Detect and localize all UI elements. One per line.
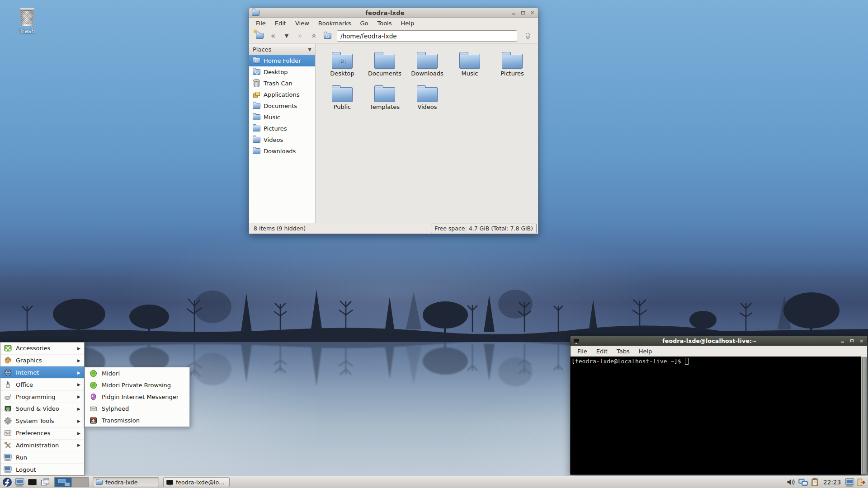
sidebar-item-pictures[interactable]: Pictures [249, 123, 315, 134]
menu-bookmarks[interactable]: Bookmarks [314, 19, 355, 28]
file-item-documents[interactable]: Documents [364, 51, 405, 84]
logout-door-icon[interactable] [857, 478, 866, 487]
menu-file[interactable]: File [573, 347, 591, 356]
menu-view[interactable]: View [291, 19, 313, 28]
office-icon [4, 381, 12, 389]
terminal-window: feodra-lxde@localhost-live:~ × File Edit… [570, 336, 868, 475]
start-menu-button[interactable] [1, 477, 13, 488]
task-button-terminal[interactable]: feodra-lxde@loc... [163, 477, 230, 487]
sidebar-item-videos[interactable]: Videos [249, 134, 315, 145]
menu-item-logout[interactable]: Logout [0, 463, 84, 475]
home-folder-icon [253, 58, 260, 64]
submenu-item-sylpheed[interactable]: Sylpheed [85, 403, 189, 415]
menu-file[interactable]: File [252, 19, 270, 28]
display-icon[interactable] [845, 478, 854, 487]
volume-icon[interactable] [786, 478, 796, 486]
terminal-titlebar[interactable]: feodra-lxde@localhost-live:~ × [571, 336, 867, 346]
file-manager-toolbar: * « ▼ » « [249, 28, 538, 44]
trash-icon [19, 8, 35, 26]
minimize-button[interactable] [840, 338, 845, 344]
sidebar-item-downloads[interactable]: Downloads [249, 145, 315, 157]
back-button[interactable]: « [266, 30, 280, 42]
file-item-downloads[interactable]: Downloads [407, 51, 448, 84]
sidebar-item-applications[interactable]: Applications [249, 89, 315, 100]
menu-item-sound-video[interactable]: Sound & Video▶ [0, 403, 84, 415]
menu-item-system-tools[interactable]: System Tools▶ [0, 415, 84, 427]
file-item-pictures[interactable]: Pictures [492, 51, 533, 84]
desktop-trash-icon[interactable]: Trash [11, 5, 43, 34]
scrollbar-thumb[interactable] [862, 357, 867, 474]
terminal-launcher[interactable] [27, 477, 38, 488]
menu-item-graphics[interactable]: Graphics▶ [0, 354, 84, 366]
menu-item-run[interactable]: Run [0, 451, 84, 463]
up-button[interactable]: « [307, 30, 321, 42]
jump-button[interactable] [521, 30, 534, 42]
maximize-button[interactable] [520, 10, 526, 16]
submenu-item-midori[interactable]: Midori [85, 367, 189, 379]
chevron-down-icon: ▼ [308, 47, 311, 52]
file-item-desktop[interactable]: Desktop [322, 51, 363, 84]
minimize-button[interactable] [510, 10, 516, 16]
forward-button[interactable]: » [293, 30, 307, 42]
new-tab-button[interactable]: * [253, 30, 266, 42]
home-button[interactable] [321, 30, 334, 42]
taskbar-clock[interactable]: 22:23 [823, 479, 841, 486]
folder-icon [459, 54, 480, 69]
transmission-icon [90, 417, 97, 424]
path-input[interactable] [337, 30, 517, 42]
workspace-2[interactable] [71, 478, 88, 487]
submenu-item-pidgin[interactable]: Pidgin Internet Messenger [85, 391, 189, 403]
file-item-public[interactable]: Public [322, 84, 363, 118]
menu-edit[interactable]: Edit [271, 19, 290, 28]
sidebar-item-music[interactable]: Music [249, 112, 315, 123]
submenu-arrow-icon: ▶ [77, 371, 80, 375]
file-item-music[interactable]: Music [449, 51, 490, 84]
menu-tabs[interactable]: Tabs [613, 347, 634, 356]
submenu-item-transmission[interactable]: Transmission [85, 415, 189, 427]
sidebar-item-documents[interactable]: Documents [249, 100, 315, 112]
iconify-windows-button[interactable] [39, 477, 51, 488]
status-items-count: 8 items (9 hidden) [254, 225, 306, 232]
file-manager-statusbar: 8 items (9 hidden) Free space: 4.7 GiB (… [249, 223, 538, 234]
windows-overlap-icon [41, 478, 50, 486]
menu-item-preferences[interactable]: Preferences▶ [0, 427, 84, 439]
network-icon[interactable] [798, 478, 808, 487]
fedora-logo-icon [2, 477, 12, 487]
menu-edit[interactable]: Edit [592, 347, 612, 356]
submenu-item-midori-private[interactable]: Midori Private Browsing [85, 379, 189, 391]
file-item-templates[interactable]: Templates [364, 84, 405, 118]
internet-submenu: Midori Midori Private Browsing Pidgin In… [85, 367, 190, 427]
task-button-file-manager[interactable]: feodra-lxde [93, 477, 159, 487]
menu-item-internet[interactable]: Internet▶ [0, 366, 84, 379]
menu-go[interactable]: Go [356, 19, 372, 28]
file-manager-menubar: File Edit View Bookmarks Go Tools Help [249, 18, 538, 28]
places-header-label: Places [253, 46, 271, 53]
menu-item-administration[interactable]: Administration▶ [0, 439, 84, 451]
menu-item-programming[interactable]: Programming▶ [0, 390, 84, 403]
clipboard-icon[interactable] [811, 478, 819, 487]
menu-help[interactable]: Help [635, 347, 656, 356]
places-selector[interactable]: Places ▼ [249, 44, 315, 55]
terminal-scrollbar[interactable] [861, 357, 867, 474]
sidebar-item-trash-can[interactable]: Trash Can [249, 78, 315, 89]
file-manager-window: feodra-lxde × File Edit View Bookmarks G… [249, 8, 538, 234]
file-manager-titlebar[interactable]: feodra-lxde × [249, 8, 538, 18]
desktop-folder-icon [332, 54, 353, 69]
workspace-1[interactable] [55, 478, 71, 487]
sidebar-item-desktop[interactable]: Desktop [249, 66, 315, 78]
menu-help[interactable]: Help [397, 19, 419, 28]
close-button[interactable]: × [529, 10, 535, 16]
file-manager-launcher[interactable] [14, 477, 25, 488]
folder-icon [253, 103, 260, 109]
internet-icon [4, 369, 12, 376]
administration-icon [4, 441, 12, 449]
file-item-videos[interactable]: Videos [407, 84, 448, 118]
menu-item-accessories[interactable]: Accessories▶ [0, 343, 84, 354]
sidebar-item-home-folder[interactable]: Home Folder [249, 55, 315, 66]
maximize-button[interactable] [849, 338, 855, 344]
terminal-screen[interactable]: [feodra-lxde@localhost-live ~]$ [571, 357, 861, 474]
menu-tools[interactable]: Tools [373, 19, 396, 28]
menu-item-office[interactable]: Office▶ [0, 378, 84, 390]
close-button[interactable]: × [859, 338, 864, 344]
history-dropdown-button[interactable]: ▼ [280, 30, 293, 42]
